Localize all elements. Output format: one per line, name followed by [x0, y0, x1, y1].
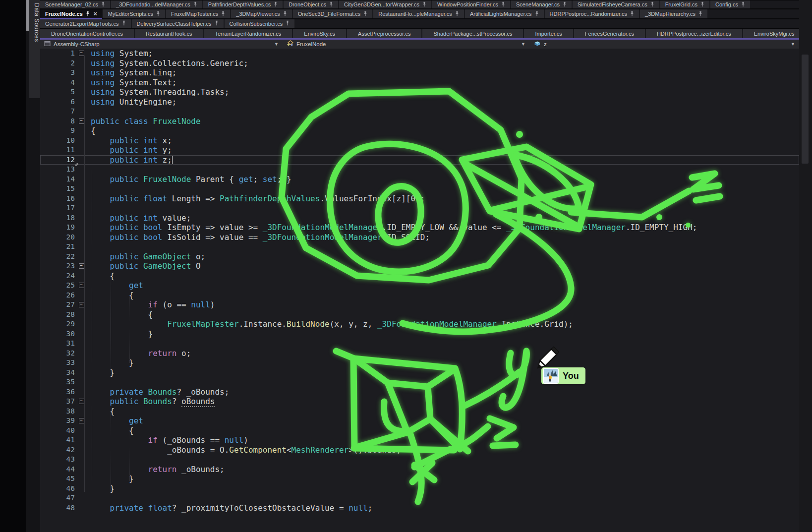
tab-Generator2ExportMapTools.cs[interactable]: Generator2ExportMapTools.cs	[40, 19, 131, 28]
pin-icon[interactable]	[700, 1, 704, 8]
tab-RestaurantHook.cs[interactable]: RestaurantHook.cs	[135, 29, 203, 38]
code-text: }	[91, 329, 153, 339]
line-number: 24	[40, 271, 75, 281]
pin-icon[interactable]	[274, 1, 278, 8]
code-text: }	[91, 474, 134, 484]
pin-icon[interactable]	[286, 20, 290, 27]
code-editor[interactable]: 1−using System;2using System.Collections…	[40, 49, 799, 532]
fold-marker-icon[interactable]: −	[79, 418, 84, 423]
tab-FruxelNode.cs[interactable]: FruxelNode.cs×	[40, 9, 102, 18]
line-number: 13	[40, 165, 75, 175]
tab-label: SceneManager.cs	[516, 1, 560, 7]
tab-RestaurantHo...pleManager.cs[interactable]: RestaurantHo...pleManager.cs	[373, 9, 464, 18]
tab-FencesGenerator.cs[interactable]: FencesGenerator.cs	[574, 29, 645, 38]
pin-icon[interactable]	[329, 1, 333, 8]
line-number: 6	[40, 97, 75, 107]
code-text: public int y;	[91, 145, 172, 155]
pin-icon[interactable]	[283, 11, 287, 17]
pin-icon[interactable]	[101, 1, 105, 8]
pin-icon[interactable]	[156, 11, 160, 17]
code-text: public class FruxelNode	[91, 117, 201, 126]
scrollbar-thumb[interactable]	[802, 55, 809, 164]
tab-MyEditorScripts.cs[interactable]: MyEditorScripts.cs	[103, 9, 165, 18]
fold-marker-icon[interactable]: −	[79, 399, 84, 404]
tab-WindowPositionFinder.cs[interactable]: WindowPositionFinder.cs	[432, 0, 510, 8]
tab-HDRPPostproc...Randomizer.cs[interactable]: HDRPPostproc...Randomizer.cs	[545, 9, 639, 18]
chevron-down-icon[interactable]: ▼	[274, 42, 279, 47]
tab-AssetPreprocessor.cs[interactable]: AssetPreprocessor.cs	[347, 29, 421, 38]
pin-icon[interactable]	[193, 1, 197, 8]
pin-icon[interactable]	[698, 11, 702, 17]
pin-icon[interactable]	[563, 1, 567, 8]
tab-SceneManager_02.cs[interactable]: SceneManager_02.cs	[40, 0, 110, 8]
tab-SimulatedFisheyeCamera.cs[interactable]: SimulatedFisheyeCamera.cs	[573, 0, 659, 8]
tab-EnviroSkyMgr.cs[interactable]: EnviroSkyMgr.cs	[743, 29, 806, 38]
type-dropdown[interactable]: FruxelNode ▼	[283, 40, 529, 49]
line-number: 28	[40, 310, 75, 320]
line-number: 3	[40, 68, 75, 78]
member-dropdown[interactable]: z ▼	[529, 40, 799, 49]
tab-OneSec3D_FileFormat.cs[interactable]: OneSec3D_FileFormat.cs	[293, 9, 373, 18]
tab-label: Config.cs	[715, 1, 738, 7]
line-number: 18	[40, 213, 75, 223]
close-icon[interactable]: ×	[94, 11, 97, 16]
pin-icon[interactable]	[630, 11, 634, 17]
tab-label: HDRPPostproc...Randomizer.cs	[550, 11, 628, 17]
tab-FruxelMapTester.cs[interactable]: FruxelMapTester.cs	[166, 9, 230, 18]
pin-icon[interactable]	[363, 11, 367, 17]
pin-icon[interactable]	[501, 1, 505, 8]
pin-icon[interactable]	[535, 11, 539, 17]
pin-icon[interactable]	[86, 11, 90, 17]
line-number: 27	[40, 300, 75, 310]
fold-marker-icon[interactable]: −	[79, 283, 84, 288]
tab-TerrainLayerRandomizer.cs[interactable]: TerrainLayerRandomizer.cs	[204, 29, 292, 38]
pin-icon[interactable]	[741, 1, 745, 8]
tab-DroneOrientationController.cs[interactable]: DroneOrientationController.cs	[40, 29, 134, 38]
tab-Importer.cs[interactable]: Importer.cs	[524, 29, 573, 38]
tab-PathfinderDepthValues.cs[interactable]: PathfinderDepthValues.cs	[203, 0, 283, 8]
tab-Config.cs[interactable]: Config.cs	[710, 0, 750, 8]
code-line-11: 11 public int y;	[40, 145, 799, 155]
line-number: 22	[40, 252, 75, 262]
fold-marker-icon[interactable]: −	[79, 118, 84, 124]
pin-icon[interactable]	[221, 11, 225, 17]
tab-label: DroneObject.cs	[289, 1, 326, 7]
chevron-down-icon[interactable]: ▼	[791, 42, 795, 47]
line-number: 36	[40, 387, 75, 397]
data-sources-tab[interactable]: Data Sources	[29, 0, 40, 98]
project-dropdown[interactable]: Assembly-CSharp ▼	[40, 40, 283, 49]
line-number: 34	[40, 368, 75, 378]
tab-CityGen3DGen...torWrapper.cs[interactable]: CityGen3DGen...torWrapper.cs	[339, 0, 431, 8]
tab-_3DMapHierarchy.cs[interactable]: _3DMapHierarchy.cs	[640, 9, 707, 18]
tab-DeliverySurfaceClassHelper.cs[interactable]: DeliverySurfaceClassHelper.cs	[132, 19, 224, 28]
tab-_3DMapViewer.cs[interactable]: _3DMapViewer.cs	[231, 9, 291, 18]
code-text: using System.Threading.Tasks;	[91, 87, 229, 97]
tab-ArtificialLightsManager.cs[interactable]: ArtificialLightsManager.cs	[465, 9, 544, 18]
tab-ShaderPackage...stProcessor.cs[interactable]: ShaderPackage...stProcessor.cs	[422, 29, 523, 38]
fold-marker-icon[interactable]: −	[79, 51, 84, 56]
line-number: 14	[40, 175, 75, 184]
fold-marker-icon[interactable]: −	[79, 263, 84, 269]
tab-EnviroSky.cs[interactable]: EnviroSky.cs	[293, 29, 346, 38]
tab-HDRPPostproce...izerEditor.cs[interactable]: HDRPPostproce...izerEditor.cs	[646, 29, 742, 38]
tab-DroneObject.cs[interactable]: DroneObject.cs	[284, 0, 338, 8]
tab-CollisionSubscriber.cs[interactable]: CollisionSubscriber.cs	[225, 19, 295, 28]
tab-row-3: Generator2ExportMapTools.csDeliverySurfa…	[40, 19, 799, 28]
tab-FruxelGrid.cs[interactable]: FruxelGrid.cs	[660, 0, 709, 8]
fold-marker-icon[interactable]: −	[79, 302, 84, 307]
code-text: _oBounds = O.GetComponent<MeshRenderer>(…	[91, 445, 401, 455]
code-text: using System;	[91, 49, 153, 59]
pin-icon[interactable]	[122, 20, 126, 27]
pin-icon[interactable]	[215, 20, 219, 27]
chevron-down-icon[interactable]: ▼	[521, 42, 525, 47]
participant-name: You	[563, 371, 579, 381]
pin-icon[interactable]	[455, 11, 459, 17]
code-text: public bool IsSolid => value == _3DFound…	[91, 233, 430, 242]
pin-icon[interactable]	[650, 1, 654, 8]
tab-_3DFoundatio...delManager.cs[interactable]: _3DFoundatio...delManager.cs	[111, 0, 202, 8]
line-number: 32	[40, 349, 75, 358]
pin-icon[interactable]	[422, 1, 426, 8]
code-text: using System.Collections.Generic;	[91, 59, 248, 68]
tab-SceneManager.cs[interactable]: SceneManager.cs	[511, 0, 572, 8]
navigation-bar: Assembly-CSharp ▼ FruxelNode ▼ z ▼	[40, 40, 799, 49]
